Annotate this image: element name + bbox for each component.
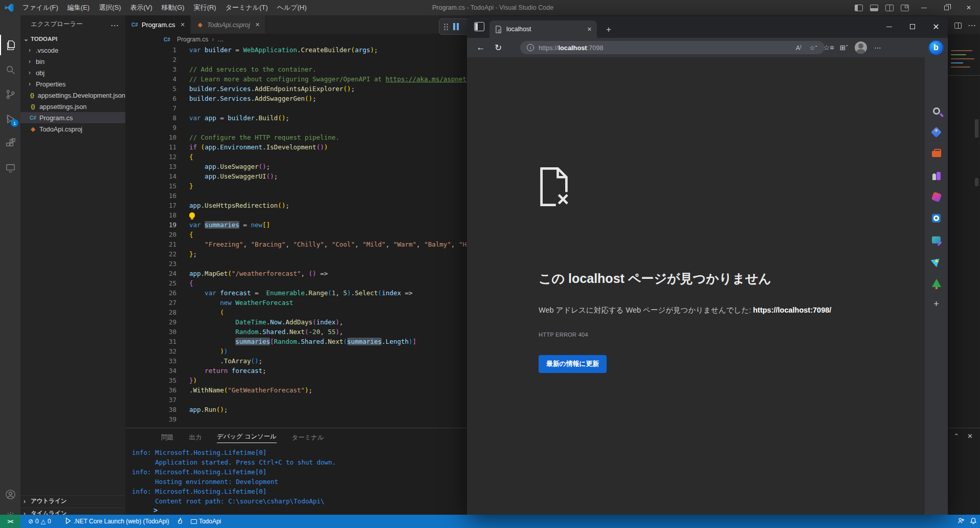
debug-toolbar[interactable] <box>439 18 469 35</box>
read-aloud-icon[interactable]: A) <box>796 44 801 52</box>
settings-more-icon[interactable]: ⋯ <box>870 43 885 52</box>
debug-launch-status[interactable]: .NET Core Launch (web) (TodoApi) <box>61 515 173 528</box>
address-bar[interactable]: i https://localhost:7098 A) ☆+ <box>520 41 825 54</box>
microsoft-365-icon[interactable] <box>929 189 944 204</box>
search-icon[interactable] <box>929 103 944 118</box>
designer-icon[interactable] <box>929 232 944 247</box>
menu-編集[interactable]: 編集(E) <box>63 2 94 13</box>
site-info-icon[interactable]: i <box>527 44 534 51</box>
outlook-icon[interactable] <box>929 211 944 226</box>
close-panel-icon[interactable]: ✕ <box>967 432 973 440</box>
outline-section[interactable]: › アウトライン <box>20 495 125 507</box>
code-text: { <box>182 230 193 239</box>
accounts-icon[interactable] <box>0 484 20 504</box>
refresh-page-button[interactable]: 最新の情報に更新 <box>539 355 607 373</box>
editor-tab-TodoApi.csproj[interactable]: ◈TodoApi.csproj✕ <box>191 15 265 34</box>
tree-item-appsettings.json[interactable]: {}appsettings.json <box>20 101 125 112</box>
profile-avatar[interactable] <box>855 41 867 54</box>
code-text: app.UseSwaggerUI(); <box>182 171 278 181</box>
panel-tab-デバッグ コンソール[interactable]: デバッグ コンソール <box>217 432 276 443</box>
line-number: 30 <box>125 327 182 337</box>
tab-actions-menu-icon[interactable] <box>474 22 484 31</box>
editor-tab-Program.cs[interactable]: C#Program.cs✕ <box>125 15 191 34</box>
toggle-secondary-sidebar-icon[interactable] <box>885 5 894 11</box>
tree-item-Program.cs[interactable]: C#Program.cs <box>20 112 125 123</box>
bing-chat-icon[interactable]: b <box>928 40 944 55</box>
editor-more-actions-icon[interactable]: ⋯ <box>968 20 976 30</box>
line-number: 35 <box>125 376 182 385</box>
hot-reload-status[interactable] <box>173 515 187 528</box>
code-text: var forecast = Enumerable.Range(1, 5).Se… <box>182 288 413 298</box>
line-number: 6 <box>125 94 182 103</box>
warnings-icon: △ <box>41 518 46 525</box>
menu-ファイル[interactable]: ファイル(F) <box>18 2 63 13</box>
tree-item-.vscode[interactable]: ›.vscode <box>20 45 125 56</box>
toggle-sidebar-icon[interactable] <box>855 5 863 11</box>
remote-indicator[interactable]: >< <box>0 515 20 528</box>
explorer-icon[interactable] <box>0 35 20 55</box>
code-text <box>182 395 189 405</box>
menu-選択[interactable]: 選択(S) <box>94 2 125 13</box>
panel-tab-ターミナル[interactable]: ターミナル <box>292 433 324 442</box>
games-icon[interactable] <box>929 168 944 183</box>
new-tab-button[interactable]: + <box>606 25 611 35</box>
tab-close-icon[interactable]: ✕ <box>587 26 592 33</box>
debug-console-prompt[interactable]: > <box>153 506 158 514</box>
edge-maximize-button[interactable] <box>901 16 924 37</box>
customize-layout-icon[interactable] <box>901 5 909 11</box>
vscode-minimize-button[interactable] <box>912 0 935 15</box>
code-text: { <box>182 278 193 288</box>
menu-実行[interactable]: 実行(R) <box>189 2 221 13</box>
extensions-icon[interactable] <box>0 133 20 153</box>
tree-item-Properties[interactable]: ›Properties <box>20 78 125 90</box>
vscode-restore-button[interactable] <box>935 0 957 15</box>
shopping-icon[interactable] <box>929 125 944 140</box>
source-control-icon[interactable] <box>0 84 20 104</box>
feedback-icon[interactable] <box>957 517 965 526</box>
tree-item-TodoApi.csproj[interactable]: ◈TodoApi.csproj <box>20 123 125 135</box>
explorer-more-icon[interactable]: ⋯ <box>110 20 119 30</box>
tree-item-appsettings.Development.json[interactable]: {}appsettings.Development.json <box>20 90 125 101</box>
split-editor-icon[interactable] <box>954 23 962 29</box>
task-status[interactable]: TodoApi <box>187 515 225 528</box>
customize-icon[interactable]: + <box>929 297 944 312</box>
browser-tab-localhost[interactable]: localhost ✕ <box>489 20 597 38</box>
editor-scrollbar[interactable] <box>975 119 978 138</box>
tab-close-icon[interactable]: ✕ <box>180 21 185 28</box>
maximize-panel-icon[interactable]: ⌃ <box>953 432 959 440</box>
menu-ターミナル[interactable]: ターミナル(T) <box>221 2 273 13</box>
menu-移動[interactable]: 移動(G) <box>157 2 189 13</box>
favorites-icon[interactable]: ☆≡ <box>821 43 836 52</box>
edge-close-button[interactable]: ✕ <box>924 16 948 37</box>
back-icon[interactable]: ← <box>472 42 489 53</box>
tools-icon[interactable] <box>929 146 944 161</box>
remote-explorer-icon[interactable] <box>0 158 20 178</box>
tree-icon[interactable] <box>929 275 944 290</box>
vscode-close-button[interactable]: ✕ <box>957 0 980 15</box>
drag-grip-icon[interactable] <box>444 24 448 30</box>
drop-icon[interactable] <box>929 254 944 269</box>
tab-close-icon[interactable]: ✕ <box>255 21 260 28</box>
pause-icon[interactable] <box>453 23 459 30</box>
run-debug-icon[interactable]: 1 <box>0 108 20 129</box>
breadcrumb[interactable]: C# Program.cs › … <box>163 34 224 45</box>
search-icon[interactable] <box>0 59 20 80</box>
panel-tab-問題[interactable]: 問題 <box>161 433 174 442</box>
edge-minimize-button[interactable] <box>877 16 901 37</box>
panel-tab-出力[interactable]: 出力 <box>189 433 202 442</box>
problems-status[interactable]: ⊘ 0 △ 0 <box>25 515 55 528</box>
menu-表示[interactable]: 表示(V) <box>126 2 157 13</box>
collections-icon[interactable]: ⊞+ <box>836 43 852 52</box>
lightbulb-icon[interactable] <box>189 212 195 218</box>
toggle-panel-icon[interactable] <box>870 5 878 11</box>
explorer-root-folder[interactable]: ⌄ TODOAPI <box>20 33 125 45</box>
line-number: 15 <box>125 181 182 191</box>
add-favorite-icon[interactable]: ☆+ <box>810 44 817 52</box>
line-number: 11 <box>125 142 182 152</box>
tree-item-obj[interactable]: ›obj <box>20 67 125 78</box>
minimap[interactable] <box>948 45 980 428</box>
notifications-bell-icon[interactable] <box>970 517 977 526</box>
refresh-icon[interactable]: ↻ <box>489 42 507 53</box>
tree-item-bin[interactable]: ›bin <box>20 56 125 67</box>
menu-ヘルプ[interactable]: ヘルプ(H) <box>273 2 311 13</box>
